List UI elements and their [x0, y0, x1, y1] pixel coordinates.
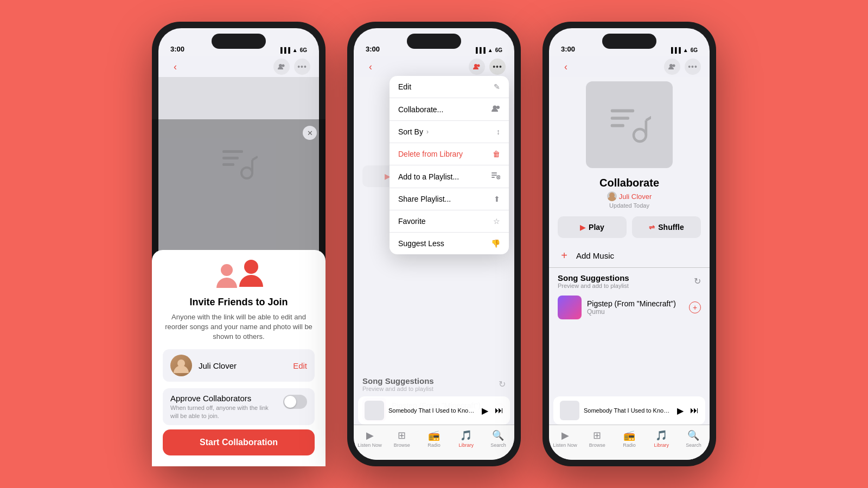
share-label: Share Playlist... — [398, 195, 451, 203]
tab-library-3[interactable]: 🎵 Library — [646, 429, 678, 448]
phone-1: 3:00 ▐▐▐ ▲ 6G ‹ ••• — [152, 22, 326, 466]
suggestions-header-3: Song Suggestions Preview and add to play… — [549, 268, 710, 291]
updated-label-3: Updated Today — [558, 202, 701, 209]
phone-3: 3:00 ▐▐▐ ▲ 6G ‹ ••• — [542, 22, 716, 466]
tab-label-library-2: Library — [458, 442, 474, 448]
modal-title: Invite Friends to Join — [163, 297, 315, 308]
play-pause-icon-3[interactable]: ▶ — [677, 406, 684, 416]
signal-3: ▐▐▐ — [669, 47, 680, 53]
dropdown-menu: Edit ✎ Collaborate... Sort By › ↕ — [390, 76, 509, 254]
back-button-2[interactable]: ‹ — [362, 59, 379, 75]
favorite-icon: ☆ — [493, 217, 500, 226]
toggle-label-group: Approve Collaborators When turned off, a… — [170, 394, 277, 420]
approve-toggle[interactable] — [283, 395, 307, 409]
song-title-3: Pigstep (From "Minecraft") — [587, 299, 684, 308]
svg-point-1 — [282, 65, 285, 67]
mini-info-2: Somebody That I Used to Know (... — [388, 407, 477, 414]
dropdown-edit[interactable]: Edit ✎ — [390, 76, 509, 98]
status-icons-1: ▐▐▐ ▲ 6G — [278, 47, 307, 53]
tab-label-browse-2: Browse — [394, 442, 410, 448]
status-icons-2: ▐▐▐ ▲ 6G — [474, 47, 502, 53]
author-avatar-3 — [607, 191, 617, 201]
tab-browse-2[interactable]: ⊞ Browse — [386, 429, 418, 448]
svg-rect-21 — [492, 175, 497, 176]
dropdown-suggest-less[interactable]: Suggest Less 👎 — [390, 233, 509, 254]
tab-label-search-3: Search — [686, 442, 701, 448]
start-collaboration-button[interactable]: Start Collaboration — [163, 429, 315, 455]
status-time-3: 3:00 — [561, 45, 575, 53]
delete-icon: 🗑 — [493, 150, 500, 158]
sort-icon: ↕ — [496, 127, 500, 136]
close-button[interactable]: ✕ — [303, 126, 317, 140]
nav-bar-2: ‹ ••• — [354, 56, 514, 77]
mini-controls-3: ▶ ⏭ — [677, 406, 699, 416]
radio-icon-2: 📻 — [428, 429, 440, 441]
library-icon-2: 🎵 — [460, 429, 472, 441]
tab-search-3[interactable]: 🔍 Search — [678, 429, 710, 448]
dropdown-add-playlist[interactable]: Add to a Playlist... — [390, 165, 509, 188]
search-icon-3: 🔍 — [687, 429, 699, 441]
more-btn-3[interactable]: ••• — [685, 59, 701, 75]
ellipsis-icon-2: ••• — [493, 62, 502, 71]
tab-radio-3[interactable]: 📻 Radio — [613, 429, 645, 448]
tab-listen-now-2[interactable]: ▶ Listen Now — [354, 429, 386, 448]
mini-art-2 — [365, 401, 384, 420]
back-button-3[interactable]: ‹ — [558, 59, 574, 75]
dropdown-share[interactable]: Share Playlist... ⬆ — [390, 188, 509, 210]
search-icon-2: 🔍 — [492, 429, 504, 441]
mini-player-3[interactable]: Somebody That I Used to Know (... ▶ ⏭ — [553, 396, 705, 425]
battery-3: 6G — [691, 47, 698, 53]
play-pause-icon[interactable]: ▶ — [482, 406, 488, 416]
refresh-icon-3[interactable]: ↻ — [694, 276, 701, 286]
action-buttons-3: ▶ Play ⇌ Shuffle — [549, 211, 710, 243]
tab-listen-now-3[interactable]: ▶ Listen Now — [549, 429, 581, 448]
forward-icon[interactable]: ⏭ — [495, 406, 503, 415]
collaborate-icon-1 — [278, 63, 285, 70]
dropdown-delete[interactable]: Delete from Library 🗑 — [390, 143, 509, 165]
svg-point-8 — [221, 264, 233, 276]
mini-title-3: Somebody That I Used to Know (... — [584, 407, 673, 414]
collaborate-icon-btn-1[interactable] — [273, 59, 290, 75]
tab-library-2[interactable]: 🎵 Library — [450, 429, 482, 448]
library-icon-3: 🎵 — [655, 429, 667, 441]
edit-label: Edit — [398, 82, 411, 91]
back-button-1[interactable]: ‹ — [167, 59, 183, 75]
svg-rect-30 — [611, 124, 624, 127]
collaborate-menu-icon — [492, 105, 500, 114]
user-row: Juli Clover Edit — [163, 349, 315, 382]
forward-icon-3[interactable]: ⏭ — [690, 406, 699, 415]
song-art-3 — [558, 296, 582, 319]
radio-icon-3: 📻 — [623, 429, 635, 441]
collaborate-btn-3[interactable] — [664, 59, 680, 75]
more-button-1[interactable]: ••• — [294, 59, 310, 75]
add-playlist-icon — [492, 172, 500, 181]
tab-browse-3[interactable]: ⊞ Browse — [581, 429, 613, 448]
more-btn-2[interactable]: ••• — [489, 59, 506, 75]
add-music-label-3: Add Music — [576, 251, 614, 260]
suggestions-sub-3: Preview and add to playlist — [558, 282, 629, 289]
dropdown-collaborate[interactable]: Collaborate... — [390, 98, 509, 121]
battery-2: 6G — [495, 47, 502, 53]
svg-point-9 — [244, 260, 258, 274]
mini-player-2[interactable]: Somebody That I Used to Know (... ▶ ⏭ — [358, 396, 510, 425]
svg-point-27 — [673, 65, 675, 67]
suggestions-sub-2: Preview and add to playlist — [362, 386, 434, 392]
shuffle-button-3[interactable]: ⇌ Shuffle — [632, 216, 701, 238]
add-song-btn-3[interactable]: + — [689, 301, 701, 313]
dropdown-sort[interactable]: Sort By › ↕ — [390, 121, 509, 143]
edit-button[interactable]: Edit — [293, 361, 307, 370]
svg-point-19 — [496, 106, 500, 109]
user-name: Juli Clover — [199, 361, 286, 370]
play-button-3[interactable]: ▶ Play — [558, 216, 627, 238]
mini-info-3: Somebody That I Used to Know (... — [584, 407, 673, 414]
tab-label-radio-3: Radio — [623, 442, 636, 448]
add-music-row-3[interactable]: + Add Music — [549, 243, 710, 268]
tab-bar-2: ▶ Listen Now ⊞ Browse 📻 Radio 🎵 Library … — [354, 425, 514, 460]
tab-radio-2[interactable]: 📻 Radio — [418, 429, 450, 448]
tab-search-2[interactable]: 🔍 Search — [482, 429, 514, 448]
dropdown-favorite[interactable]: Favorite ☆ — [390, 210, 509, 233]
sort-arrow: › — [426, 128, 429, 136]
play-icon-3: ▶ — [580, 223, 585, 232]
collaborate-btn-2[interactable] — [469, 59, 485, 75]
tab-label-search-2: Search — [490, 442, 506, 448]
